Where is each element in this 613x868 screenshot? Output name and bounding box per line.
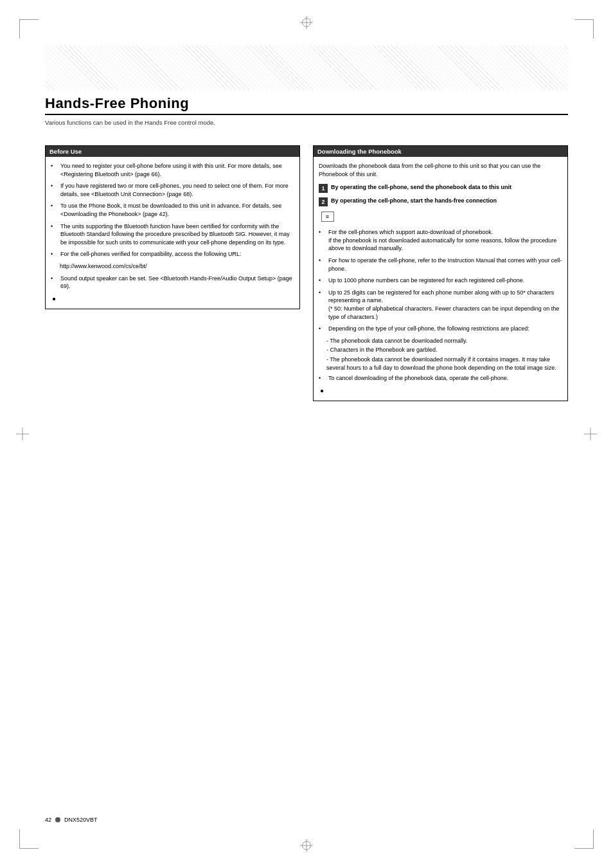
bullet-icon: •: [51, 250, 58, 258]
bullet-icon: •: [51, 202, 58, 210]
corner-mark-tl: [19, 19, 39, 39]
step-number-2: 2: [319, 197, 328, 206]
downloading-intro: Downloads the phonebook data from the ce…: [319, 162, 562, 178]
sub-list-item: The phonebook data cannot be downloaded …: [326, 356, 562, 372]
list-item-text: Up to 25 digits can be registered for ea…: [328, 289, 562, 321]
bullet-icon: •: [319, 257, 326, 265]
list-item: • To cancel downloading of the phonebook…: [319, 374, 562, 383]
footer-page-num-text: 42: [45, 817, 51, 823]
list-item-text: For how to operate the cell-phone, refer…: [328, 257, 562, 273]
bullet-icon: •: [319, 276, 326, 285]
list-item: • If you have registered two or more cel…: [51, 182, 294, 198]
corner-mark-tr: [574, 19, 594, 39]
bullet-icon: •: [51, 275, 58, 283]
reg-cross-right: [584, 428, 597, 440]
downloading-bullets: • For the cell-phones which support auto…: [319, 228, 562, 333]
downloading-bullets-2: • To cancel downloading of the phonebook…: [319, 374, 562, 383]
page-title-area: Hands-Free Phoning Various functions can…: [45, 95, 568, 126]
bullet-icon: •: [319, 374, 326, 383]
two-column-layout: Before Use • You need to register your c…: [45, 145, 568, 401]
footer-dot-icon: [55, 817, 60, 822]
reg-cross-top: [300, 16, 313, 29]
before-use-list-2: • Sound output speaker can be set. See <…: [51, 275, 294, 291]
list-item-text: To use the Phone Book, it must be downlo…: [60, 202, 294, 218]
list-item-text: If you have registered two or more cell-…: [60, 182, 294, 198]
corner-mark-br: [574, 829, 594, 849]
downloading-header: Downloading the Phonebook: [314, 146, 567, 157]
list-item: • Up to 25 digits can be registered for …: [319, 289, 562, 321]
sub-list-item: Characters in the Phonebook are garbled.: [326, 346, 562, 354]
before-use-body: • You need to register your cell-phone b…: [46, 157, 299, 309]
step-number-1: 1: [319, 184, 328, 193]
sub-list-item: The phonebook data cannot be downloaded …: [326, 337, 562, 345]
list-item: • The units supporting the Bluetooth fun…: [51, 222, 294, 247]
list-item-text: Sound output speaker can be set. See <Bl…: [60, 275, 294, 291]
list-item: • Sound output speaker can be set. See <…: [51, 275, 294, 291]
bullet-icon: •: [51, 162, 58, 170]
list-item: • To use the Phone Book, it must be down…: [51, 202, 294, 218]
bullet-icon: •: [319, 289, 326, 297]
list-item-text: Up to 1000 phone numbers can be register…: [328, 276, 562, 285]
footer-page-number: 42 DNX520VBT: [45, 817, 98, 823]
icon-area: ≡: [320, 209, 562, 224]
footer-product-text: DNX520VBT: [64, 817, 98, 823]
list-item-text: You need to register your cell-phone bef…: [60, 162, 294, 178]
menu-icon: ≡: [321, 212, 334, 222]
list-item: • For the cell-phones which support auto…: [319, 228, 562, 253]
list-item-text: For the cell-phones verified for compati…: [60, 250, 294, 258]
reg-cross-bottom: [300, 839, 313, 852]
list-item: • Up to 1000 phone numbers can be regist…: [319, 276, 562, 285]
downloading-section: Downloading the Phonebook Downloads the …: [313, 145, 568, 401]
before-use-section: Before Use • You need to register your c…: [45, 145, 300, 309]
url-text: http://www.kenwood.com/cs/ce/bt/: [60, 262, 294, 271]
bullet-icon: •: [319, 325, 326, 333]
list-item-text: Depending on the type of your cell-phone…: [328, 325, 562, 333]
page-subtitle: Various functions can be used in the Han…: [45, 119, 568, 126]
step-1: 1 By operating the cell-phone, send the …: [319, 183, 562, 193]
list-item: • You need to register your cell-phone b…: [51, 162, 294, 178]
list-item-text: To cancel downloading of the phonebook d…: [328, 374, 562, 383]
before-use-list: • You need to register your cell-phone b…: [51, 162, 294, 258]
left-column: Before Use • You need to register your c…: [45, 145, 300, 401]
bullet-icon: •: [319, 228, 326, 237]
list-item: • For how to operate the cell-phone, ref…: [319, 257, 562, 273]
downloading-body: Downloads the phonebook data from the ce…: [314, 157, 567, 401]
page-content: Hands-Free Phoning Various functions can…: [45, 45, 568, 823]
reg-cross-left: [16, 428, 29, 440]
list-item: • For the cell-phones verified for compa…: [51, 250, 294, 258]
bullet-icon: •: [51, 182, 58, 190]
page-footer: 42 DNX520VBT: [45, 817, 568, 823]
list-item: • Depending on the type of your cell-pho…: [319, 325, 562, 333]
list-item-text: For the cell-phones which support auto-d…: [328, 228, 562, 253]
header-decoration: [45, 45, 568, 90]
step-1-text: By operating the cell-phone, send the ph…: [331, 183, 511, 192]
bullet-icon: •: [51, 222, 58, 231]
title-underline: [45, 114, 568, 115]
right-column: Downloading the Phonebook Downloads the …: [313, 145, 568, 401]
page-title: Hands-Free Phoning: [45, 95, 189, 111]
step-2-text: By operating the cell-phone, start the h…: [331, 197, 497, 205]
list-item-text: The units supporting the Bluetooth funct…: [60, 222, 294, 247]
before-use-header: Before Use: [46, 146, 299, 157]
sub-bullet-list: The phonebook data cannot be downloaded …: [326, 337, 562, 372]
step-2: 2 By operating the cell-phone, start the…: [319, 197, 562, 206]
corner-mark-bl: [19, 829, 39, 849]
